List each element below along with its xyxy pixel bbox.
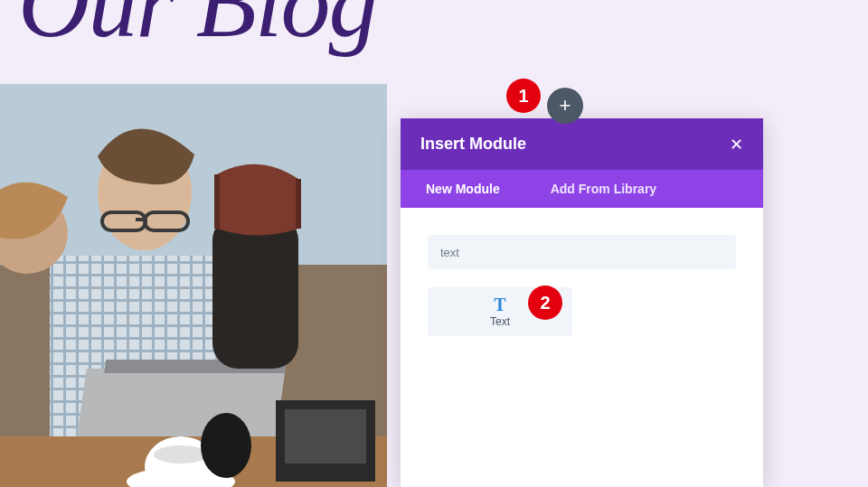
search-wrap: [428, 235, 736, 269]
featured-image: [0, 84, 387, 487]
module-search-input[interactable]: [440, 246, 723, 259]
modal-tabs: New Module Add From Library: [401, 170, 763, 208]
tab-new-module[interactable]: New Module: [401, 170, 525, 208]
page-title: Our Blog: [18, 0, 377, 61]
modal-header: Insert Module ✕: [401, 118, 763, 170]
module-label: Text: [490, 315, 510, 328]
module-grid: T Text: [428, 287, 736, 336]
annotation-badge-2: 2: [528, 286, 562, 320]
insert-module-modal: Insert Module ✕ New Module Add From Libr…: [401, 118, 763, 487]
tab-add-from-library[interactable]: Add From Library: [525, 170, 682, 208]
annotation-badge-1: 1: [506, 79, 541, 113]
modal-title: Insert Module: [420, 135, 526, 154]
svg-point-18: [201, 413, 251, 478]
svg-rect-20: [285, 409, 366, 464]
text-icon: T: [494, 295, 505, 314]
close-icon: ✕: [730, 136, 743, 154]
svg-rect-17: [212, 215, 298, 369]
svg-point-15: [154, 445, 208, 464]
add-module-button[interactable]: +: [547, 88, 583, 124]
close-button[interactable]: ✕: [730, 135, 743, 155]
modal-body: T Text: [401, 208, 763, 487]
plus-icon: +: [560, 94, 571, 117]
